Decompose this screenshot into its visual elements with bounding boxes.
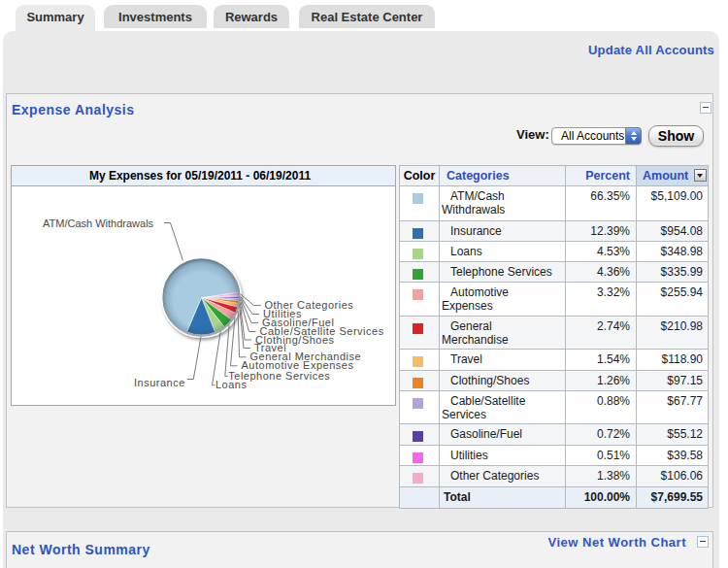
svg-text:Insurance: Insurance	[134, 377, 185, 388]
svg-text:ATM/Cash Withdrawals: ATM/Cash Withdrawals	[43, 217, 154, 229]
svg-text:Loans: Loans	[215, 379, 247, 390]
